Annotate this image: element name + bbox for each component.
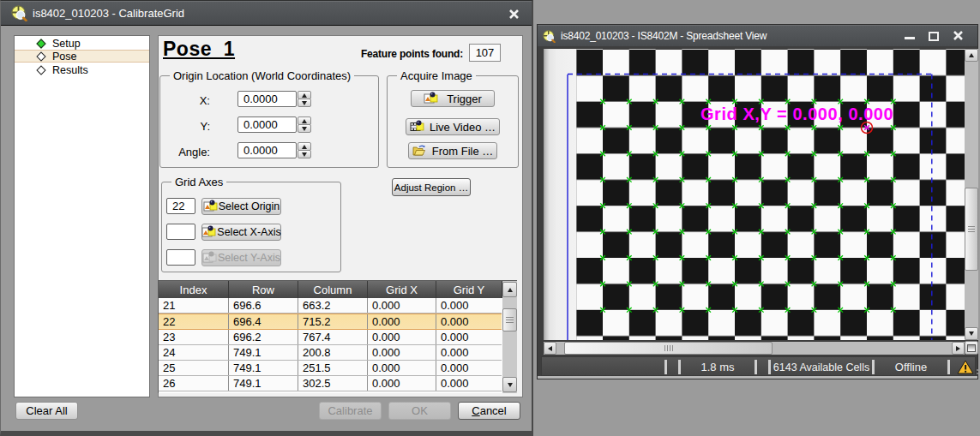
svg-text:Grid X,Y = 0.000, 0.000: Grid X,Y = 0.000, 0.000 [700, 105, 893, 123]
